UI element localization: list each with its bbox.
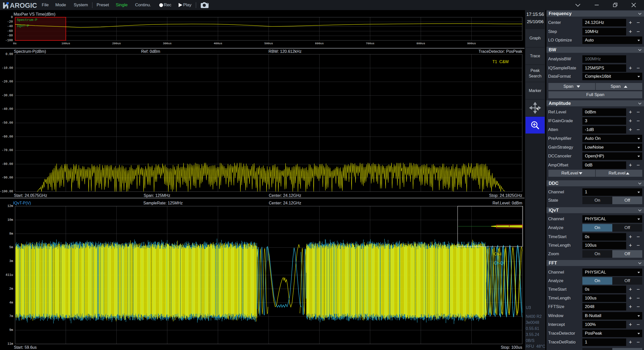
svg-text:-80: -80 bbox=[7, 34, 13, 37]
svg-text:-70.00: -70.00 bbox=[2, 149, 13, 152]
svg-text:-100.00: -100.00 bbox=[0, 190, 13, 193]
svg-text:900us: 900us bbox=[467, 42, 476, 45]
svg-text:-20: -20 bbox=[7, 20, 13, 24]
svg-text:600us: 600us bbox=[315, 42, 324, 45]
svg-text:800us: 800us bbox=[417, 42, 425, 45]
svg-text:Stop: 24.1825GHz: Stop: 24.1825GHz bbox=[489, 193, 522, 198]
svg-text:400us: 400us bbox=[214, 42, 222, 45]
svg-text:11m: 11m bbox=[7, 342, 13, 346]
svg-text:7m: 7m bbox=[9, 315, 13, 318]
svg-text:300us: 300us bbox=[163, 42, 172, 45]
svg-text:10m: 10m bbox=[7, 218, 13, 222]
svg-text:9m: 9m bbox=[9, 328, 13, 332]
svg-text:Center: 24.12GHz: Center: 24.12GHz bbox=[269, 201, 301, 205]
svg-text:-60.00: -60.00 bbox=[2, 135, 13, 139]
svg-text:2m: 2m bbox=[9, 287, 13, 291]
svg-text:-10.00: -10.00 bbox=[2, 66, 13, 70]
svg-text:AROGIC: AROGIC bbox=[10, 2, 37, 9]
svg-text:Spectrum-P(dBm): Spectrum-P(dBm) bbox=[14, 49, 46, 54]
svg-text:700us: 700us bbox=[366, 42, 375, 45]
svg-text:-40.00: -40.00 bbox=[2, 107, 13, 111]
svg-text:Start: 24.0575GHz: Start: 24.0575GHz bbox=[14, 193, 47, 198]
svg-text:Start: 59.6us: Start: 59.6us bbox=[14, 345, 37, 349]
svg-text:Stop: 100us: Stop: 100us bbox=[501, 345, 522, 349]
svg-text:411u: 411u bbox=[6, 273, 13, 277]
svg-text:RBW: 120.612kHz: RBW: 120.612kHz bbox=[268, 49, 301, 54]
svg-text:Ref: 0dBm: Ref: 0dBm bbox=[141, 49, 160, 54]
svg-text:-80.00: -80.00 bbox=[2, 162, 13, 166]
svg-text:100us: 100us bbox=[61, 42, 70, 45]
svg-text:4m: 4m bbox=[9, 301, 13, 304]
svg-text:-20.00: -20.00 bbox=[2, 80, 13, 83]
svg-text:MaxPwr VS Time(dBm): MaxPwr VS Time(dBm) bbox=[14, 12, 55, 16]
svg-text:SampleRate: 125MHz: SampleRate: 125MHz bbox=[143, 201, 183, 205]
svg-text:-50.00: -50.00 bbox=[2, 121, 13, 125]
svg-text:-30.00: -30.00 bbox=[2, 94, 13, 97]
svg-text:3m: 3m bbox=[9, 259, 13, 263]
svg-text:8m: 8m bbox=[9, 232, 13, 236]
svg-text:Ch-Q: Ch-Q bbox=[494, 261, 503, 265]
svg-text:12m: 12m bbox=[7, 204, 13, 208]
svg-text:TraceDetector: PosPeak: TraceDetector: PosPeak bbox=[478, 49, 522, 54]
svg-text:Spectrum-P: Spectrum-P bbox=[17, 18, 37, 22]
svg-text:Ch-I: Ch-I bbox=[494, 252, 501, 256]
svg-text:-90.00: -90.00 bbox=[2, 176, 13, 180]
svg-text:-60: -60 bbox=[7, 29, 13, 33]
svg-text:500us: 500us bbox=[264, 42, 273, 45]
svg-text:0: 0 bbox=[11, 16, 13, 19]
svg-text:Center: 24.12GHz: Center: 24.12GHz bbox=[269, 193, 301, 198]
svg-text:-100: -100 bbox=[5, 39, 13, 42]
svg-text:-40: -40 bbox=[7, 25, 13, 28]
svg-text:T1 C&W: T1 C&W bbox=[493, 60, 509, 64]
svg-text:0s: 0s bbox=[13, 42, 17, 45]
svg-text:IQvT-P(V): IQvT-P(V) bbox=[13, 201, 31, 205]
svg-text:0.00: 0.00 bbox=[6, 53, 13, 56]
svg-text:Ref.Level: 0dBm: Ref.Level: 0dBm bbox=[493, 201, 522, 205]
svg-text:200us: 200us bbox=[112, 42, 121, 45]
svg-text:Span: 125MHz: Span: 125MHz bbox=[144, 193, 170, 198]
svg-text:5m: 5m bbox=[9, 246, 13, 249]
